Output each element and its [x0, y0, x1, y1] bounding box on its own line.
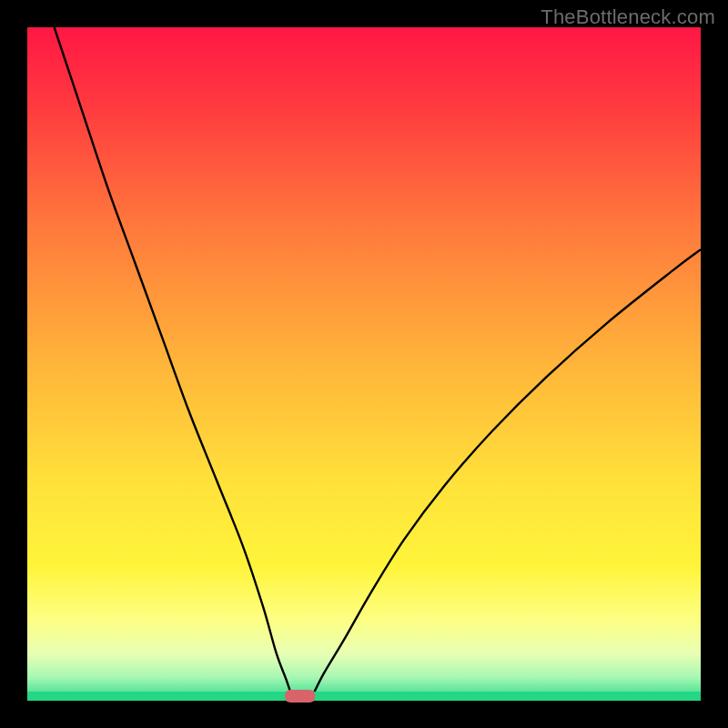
chart-frame: TheBottleneck.com [0, 0, 728, 728]
bottleneck-marker [285, 690, 315, 703]
baseline-green-strip [27, 692, 701, 701]
bottleneck-chart [0, 0, 728, 728]
plot-background [27, 27, 701, 701]
watermark-text: TheBottleneck.com [541, 5, 715, 29]
